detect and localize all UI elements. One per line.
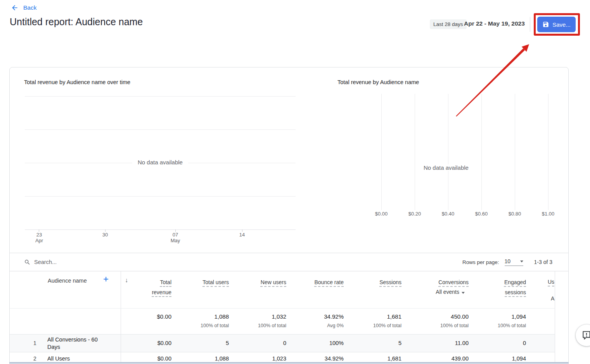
cell: 0 [231, 334, 289, 352]
save-button[interactable]: Save... [537, 17, 576, 32]
x-tick-label: $0.00 [368, 211, 395, 217]
column-header-sessions[interactable]: Sessions [346, 271, 404, 308]
bar-chart-empty-state: No data available [411, 164, 481, 171]
row-number: 1 [30, 334, 40, 352]
page-title: Untitled report: Audience name [10, 16, 143, 28]
gridline [25, 196, 296, 197]
dropdown-caret-icon [462, 292, 465, 294]
x-tick-label: 07May [169, 232, 182, 243]
dropdown-caret-icon [520, 260, 523, 262]
total-cell: 1,681100% of total [346, 308, 404, 334]
column-header-clipped[interactable]: Us [548, 277, 555, 288]
total-cell: 1,088100% of total [174, 308, 231, 334]
gridline [515, 94, 515, 210]
x-tick-label: $0.60 [468, 211, 495, 217]
cell: 5 [346, 334, 404, 352]
totals-row: $0.00 1,088100% of total 1,032100% of to… [121, 308, 528, 334]
column-header-new-users[interactable]: New users [231, 271, 289, 308]
cell: $0.00 [121, 334, 174, 352]
x-tick-label: $0.20 [401, 211, 428, 217]
cell: 100% [289, 334, 346, 352]
total-cell: 1,094100% of total [471, 308, 528, 334]
row-dimension-value: All Conversions - 60 Days [47, 336, 109, 351]
cell: 0 [471, 334, 528, 352]
x-axis-line [25, 229, 296, 230]
x-tick-label: 14 [235, 232, 249, 238]
total-cell: 450.00100% of total [404, 308, 471, 334]
ga-explore-report-screen: Back Untitled report: Audience name Last… [0, 0, 590, 364]
gridline [25, 129, 296, 130]
date-preset-badge[interactable]: Last 28 days [430, 19, 467, 29]
total-cell: 1,032100% of total [231, 308, 289, 334]
column-header-conversions[interactable]: Conversions All events [404, 271, 471, 308]
save-disk-icon [542, 21, 549, 28]
column-header-clipped-sub: A [551, 295, 555, 303]
back-label[interactable]: Back [23, 4, 36, 11]
add-dimension-button[interactable]: + [103, 274, 109, 285]
pagination-controls: Rows per page: 10 1-3 of 3 [438, 257, 552, 267]
total-cell: $0.00 [121, 308, 174, 334]
divider [9, 253, 569, 253]
pagination-range: 1-3 of 3 [534, 259, 552, 265]
conversions-event-selector[interactable]: All events [404, 287, 465, 297]
total-cell: 34.92%Avg 0% [289, 308, 346, 334]
search-icon [24, 259, 31, 266]
x-tick-label: $1.00 [535, 211, 562, 217]
cell: 5 [174, 334, 231, 352]
column-header-audience-name[interactable]: Audience name [48, 278, 87, 284]
header-divider [530, 17, 530, 32]
date-range-value[interactable]: Apr 22 - May 19, 2023 [464, 20, 525, 27]
metric-header-row: Total revenue Total users New users Boun… [121, 271, 528, 308]
x-tick-label: $0.40 [434, 211, 462, 217]
feedback-button[interactable] [576, 324, 590, 346]
x-tick-label: $0.80 [501, 211, 528, 217]
column-header-total-revenue[interactable]: Total revenue [121, 271, 174, 308]
column-header-bounce-rate[interactable]: Bounce rate [289, 271, 346, 308]
back-link[interactable]: Back [11, 4, 36, 12]
gridline [381, 94, 382, 210]
gridline [548, 94, 548, 210]
gridline [415, 94, 415, 210]
line-chart-empty-state: No data available [25, 159, 296, 166]
x-tick-label: 23Apr [33, 232, 46, 243]
horizontal-scrollbar[interactable] [9, 362, 569, 364]
save-button-label: Save... [552, 21, 571, 28]
feedback-bubble-icon [581, 330, 590, 340]
rows-per-page-label: Rows per page: [462, 259, 499, 265]
bar-chart-title: Total revenue by Audience name [337, 79, 419, 85]
gridline [448, 94, 448, 210]
cell: 11.00 [404, 334, 471, 352]
gridline [25, 96, 296, 97]
line-chart-title: Total revenue by Audience name over time [24, 79, 130, 85]
x-tick-label: 30 [99, 232, 112, 238]
column-header-total-users[interactable]: Total users [174, 271, 231, 308]
gridline [481, 94, 482, 210]
rows-per-page-select[interactable]: 10 [505, 258, 523, 266]
column-header-engaged-sessions[interactable]: Engaged sessions [471, 271, 528, 308]
table-row: $0.00 5 0 100% 5 11.00 0 [121, 334, 528, 352]
back-arrow-icon[interactable] [11, 4, 19, 12]
search-input[interactable] [34, 257, 158, 267]
